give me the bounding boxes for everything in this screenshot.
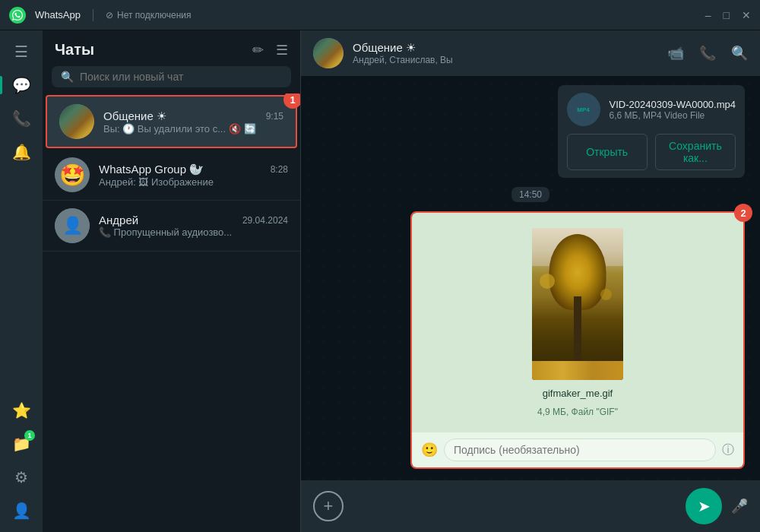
archive-icon[interactable]: 📁 1	[6, 429, 36, 459]
app-logo	[9, 7, 26, 24]
file-actions: Открыть Сохранить как...	[567, 134, 736, 170]
gif-file-name: gifmaker_me.gif	[543, 388, 613, 399]
app-title: WhatsApp	[35, 9, 81, 21]
caption-row-inner: 🙂 ⓘ	[412, 432, 743, 467]
gif-message-inner: gifmaker_me.gif 4,9 МБ, Файл "GIF"	[412, 213, 743, 432]
archive-badge: 1	[24, 430, 35, 441]
gif-message: gifmaker_me.gif 4,9 МБ, Файл "GIF" 🙂 ⓘ	[410, 211, 745, 469]
chat-avatar-whatsapp-group: 🤩	[55, 157, 90, 192]
chat-name-row: Общение ☀ 9:15	[103, 109, 283, 123]
chat-time-2: 8:28	[271, 164, 288, 175]
titlebar-separator	[93, 9, 93, 21]
titlebar: WhatsApp ⊘ Нет подключения – □ ✕	[0, 0, 760, 30]
chat-header-actions: 📹 📞 🔍	[667, 45, 748, 62]
gif-file-size: 4,9 МБ, Файл "GIF"	[537, 407, 618, 417]
chat-header-info: Общение ☀ Андрей, Станислав, Вы	[353, 41, 658, 65]
chat-item-whatsapp-group[interactable]: 🤩 WhatsApp Group 🦭 8:28 Андрей: 🖼 Изобра…	[43, 150, 300, 201]
add-button[interactable]: +	[313, 491, 344, 521]
calls-icon[interactable]: 📞	[6, 103, 36, 134]
chat-name-row-3: Андрей 29.04.2024	[99, 214, 288, 226]
chat-header-avatar[interactable]	[313, 38, 344, 68]
minimize-button[interactable]: –	[705, 9, 711, 21]
main-container: ☰ 💬 📞 🔔 ⭐ 📁 1 ⚙ 👤 Чаты ✏ ☰ 🔍 1	[0, 30, 760, 532]
search-icon: 🔍	[61, 71, 74, 83]
maximize-button[interactable]: □	[724, 9, 730, 21]
profile-icon[interactable]: 👤	[6, 496, 36, 526]
settings-icon[interactable]: ⚙	[6, 462, 36, 492]
compose-icon[interactable]: ✏	[252, 42, 264, 59]
chat-name: Общение ☀	[103, 109, 166, 123]
chat-header: Общение ☀ Андрей, Станислав, Вы 📹 📞 🔍	[301, 30, 760, 76]
search-chat-icon[interactable]: 🔍	[731, 45, 748, 62]
chat-item-andrey[interactable]: 👤 Андрей 29.04.2024 📞 Пропущенный аудиоз…	[43, 201, 300, 252]
mic-icon[interactable]: 🎤	[731, 498, 748, 515]
chat-info-whatsapp-group: WhatsApp Group 🦭 8:28 Андрей: 🖼 Изображе…	[99, 163, 288, 188]
voice-call-icon[interactable]: 📞	[699, 45, 716, 62]
gif-image-preview	[532, 228, 623, 380]
file-size: 6,6 МБ, MP4 Video File	[610, 110, 736, 121]
menu-icon[interactable]: ☰	[6, 36, 36, 67]
chat-name-3: Андрей	[99, 214, 138, 226]
chat-preview: Вы: 🕐 Вы удалили это с... 🔇 🔄	[103, 123, 283, 135]
connection-status: ⊘ Нет подключения	[106, 10, 192, 21]
video-call-icon[interactable]: 📹	[667, 45, 684, 62]
window-controls: – □ ✕	[705, 9, 751, 21]
input-area: + ➤ 🎤	[301, 480, 760, 532]
messages-area: MP4 VID-20240309-WA0000.mp4 6,6 МБ, MP4 …	[301, 76, 760, 480]
chat-time-3: 29.04.2024	[242, 215, 288, 226]
chat-avatar-andrey: 👤	[55, 208, 90, 243]
chat-name-row-2: WhatsApp Group 🦭 8:28	[99, 163, 288, 176]
file-details: VID-20240309-WA0000.mp4 6,6 МБ, MP4 Vide…	[610, 99, 736, 121]
info-icon-inner[interactable]: ⓘ	[722, 442, 734, 458]
chat-preview-icons: 🔇 🔄	[229, 123, 256, 135]
step-badge-2: 2	[734, 204, 752, 222]
emoji-icon-inner[interactable]: 🙂	[421, 442, 438, 458]
starred-icon[interactable]: ⭐	[6, 395, 36, 426]
send-row: + ➤ 🎤	[313, 488, 748, 524]
close-button[interactable]: ✕	[742, 9, 751, 21]
chats-icon[interactable]: 💬	[6, 70, 36, 100]
sidebar-header: Чаты ✏ ☰	[43, 30, 300, 66]
sidebar-title: Чаты	[55, 41, 94, 59]
gif-message-wrapper: 2	[410, 211, 745, 469]
sidebar: Чаты ✏ ☰ 🔍 1 Общение ☀ 9:15	[43, 30, 301, 532]
send-button[interactable]: ➤	[686, 488, 722, 524]
chat-preview-3: 📞 Пропущенный аудиозво...	[99, 226, 288, 238]
caption-input-inner[interactable]	[444, 439, 716, 461]
chat-panel: Общение ☀ Андрей, Станислав, Вы 📹 📞 🔍 MP…	[301, 30, 760, 532]
chat-preview-2: Андрей: 🖼 Изображение	[99, 176, 288, 188]
search-bar: 🔍	[52, 66, 291, 87]
chat-name-2: WhatsApp Group 🦭	[99, 163, 204, 176]
chat-time: 9:15	[266, 111, 283, 122]
file-name: VID-20240309-WA0000.mp4	[610, 99, 736, 110]
send-icon: ➤	[698, 497, 711, 515]
chat-avatar-obschenie	[59, 104, 94, 139]
file-info: MP4 VID-20240309-WA0000.mp4 6,6 МБ, MP4 …	[567, 93, 736, 126]
chat-item-obschenie[interactable]: 1 Общение ☀ 9:15 Вы: 🕐 Вы удалили это с.…	[46, 95, 297, 148]
no-wifi-icon: ⊘	[106, 10, 113, 21]
chat-header-members: Андрей, Станислав, Вы	[353, 55, 658, 65]
save-file-button[interactable]: Сохранить как...	[655, 134, 736, 170]
chat-header-name: Общение ☀	[353, 41, 658, 55]
file-icon: MP4	[567, 93, 600, 126]
filter-icon[interactable]: ☰	[276, 42, 288, 59]
chat-list: 1 Общение ☀ 9:15 Вы: 🕐 Вы удалили это с.…	[43, 93, 300, 532]
open-file-button[interactable]: Открыть	[567, 134, 648, 170]
chat-info-andrey: Андрей 29.04.2024 📞 Пропущенный аудиозво…	[99, 214, 288, 238]
status-icon[interactable]: 🔔	[6, 137, 36, 167]
icon-rail: ☰ 💬 📞 🔔 ⭐ 📁 1 ⚙ 👤	[0, 30, 43, 532]
message-timestamp: 14:50	[511, 187, 549, 202]
sidebar-header-icons: ✏ ☰	[252, 42, 288, 59]
video-file-message: MP4 VID-20240309-WA0000.mp4 6,6 МБ, MP4 …	[558, 85, 745, 178]
chat-info-obschenie: Общение ☀ 9:15 Вы: 🕐 Вы удалили это с...…	[103, 109, 283, 135]
search-input[interactable]	[80, 71, 282, 83]
step-badge-1: 1	[283, 93, 300, 109]
